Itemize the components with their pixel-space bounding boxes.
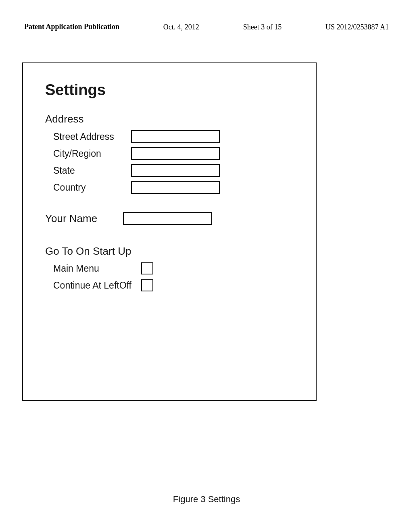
startup-section: Go To On Start Up Main Menu Continue At … — [45, 245, 294, 291]
main-menu-row: Main Menu — [53, 262, 294, 274]
patent-number: US 2012/0253887 A1 — [325, 23, 389, 31]
street-address-input[interactable] — [131, 130, 220, 143]
country-label: Country — [53, 182, 124, 193]
continue-leftoff-row: Continue At LeftOff — [53, 279, 294, 291]
settings-title: Settings — [45, 81, 294, 99]
your-name-label: Your Name — [45, 212, 116, 225]
publication-date: Oct. 4, 2012 — [163, 23, 199, 31]
your-name-section: Your Name — [45, 212, 294, 225]
main-menu-label: Main Menu — [53, 263, 134, 274]
state-label: State — [53, 165, 124, 176]
street-address-label: Street Address — [53, 131, 124, 142]
diagram-container: Settings Address Street Address City/Reg… — [22, 62, 317, 401]
address-section: Address Street Address City/Region State… — [45, 113, 294, 194]
city-region-label: City/Region — [53, 148, 124, 159]
country-input[interactable] — [131, 181, 220, 194]
city-region-input[interactable] — [131, 147, 220, 160]
page-header: Patent Application Publication Oct. 4, 2… — [0, 0, 413, 31]
main-menu-checkbox[interactable] — [141, 262, 153, 274]
street-address-row: Street Address — [45, 130, 294, 143]
country-row: Country — [45, 181, 294, 194]
startup-title: Go To On Start Up — [45, 245, 294, 258]
figure-caption: Figure 3 Settings — [0, 494, 413, 505]
continue-leftoff-label: Continue At LeftOff — [53, 280, 134, 291]
your-name-input[interactable] — [123, 212, 212, 225]
continue-leftoff-checkbox[interactable] — [141, 279, 153, 291]
address-label: Address — [45, 113, 294, 125]
state-input[interactable] — [131, 164, 220, 177]
sheet-info: Sheet 3 of 15 — [243, 23, 282, 31]
publication-title: Patent Application Publication — [24, 22, 119, 31]
state-row: State — [45, 164, 294, 177]
city-region-row: City/Region — [45, 147, 294, 160]
